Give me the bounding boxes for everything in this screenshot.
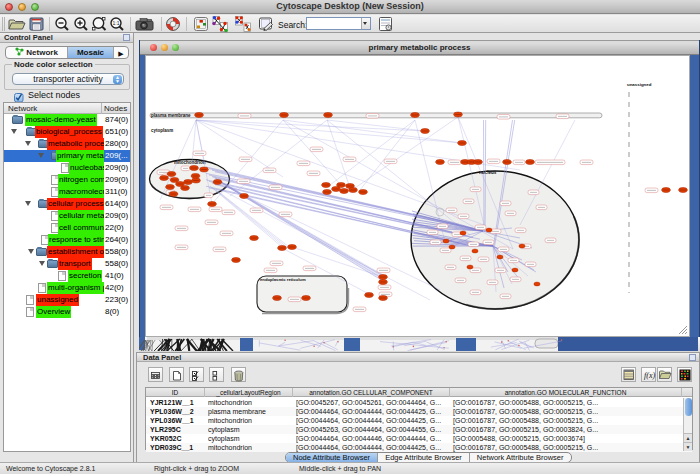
svg-text:endoplasmic reticulum: endoplasmic reticulum bbox=[260, 277, 306, 282]
svg-text:f(x): f(x) bbox=[644, 371, 655, 380]
svg-text:plasma membrane: plasma membrane bbox=[151, 113, 191, 118]
svg-text:unassigned: unassigned bbox=[627, 82, 652, 87]
svg-text:1:1: 1:1 bbox=[113, 20, 120, 26]
svg-text:mitochondrion: mitochondrion bbox=[174, 160, 206, 165]
svg-text:cytoplasm: cytoplasm bbox=[151, 128, 173, 133]
